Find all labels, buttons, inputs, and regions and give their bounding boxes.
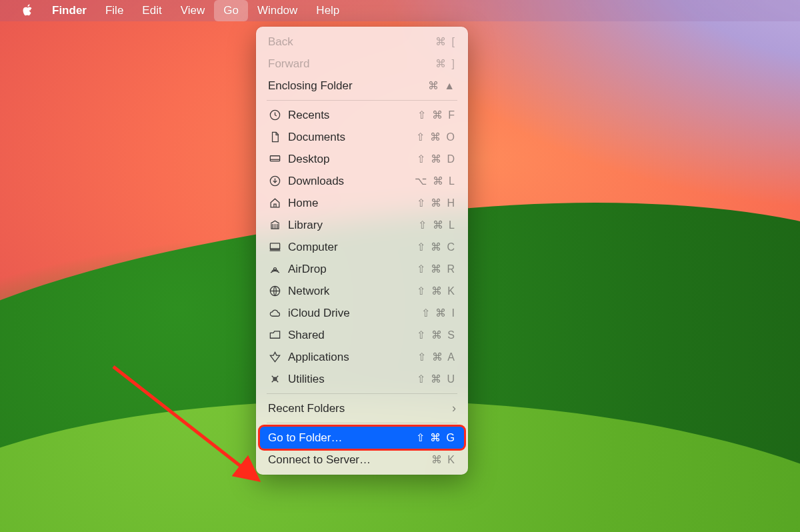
menu-item-label: Forward [268, 57, 403, 71]
menu-item-utilities[interactable]: Utilities ⇧ ⌘ U [260, 368, 464, 390]
menu-item-shortcut: ⇧ ⌘ R [409, 263, 456, 275]
menu-item-label: Back [268, 35, 403, 49]
desktop: Finder File Edit View Go Window Help Bac… [0, 0, 800, 532]
menu-item-label: Home [288, 197, 403, 210]
library-icon [268, 219, 281, 232]
menu-item-label: Network [288, 285, 403, 298]
menu-item-label: Documents [288, 131, 403, 144]
apple-menu[interactable] [12, 0, 43, 21]
menu-item-shortcut: ⇧ ⌘ O [409, 131, 456, 143]
go-menu-dropdown: Back ⌘ [ Forward ⌘ ] Enclosing Folder ⌘ … [256, 27, 468, 475]
menu-item-shortcut: ⇧ ⌘ C [409, 241, 456, 253]
menu-item-recent-folders[interactable]: Recent Folders › [260, 397, 464, 419]
menu-item-label: Utilities [288, 373, 403, 386]
airdrop-icon [268, 263, 281, 276]
menu-item-label: Enclosing Folder [268, 79, 403, 93]
menu-item-go-to-folder[interactable]: Go to Folder… ⇧ ⌘ G [260, 427, 464, 449]
menu-item-shortcut: ⇧ ⌘ A [409, 351, 456, 363]
document-icon [268, 131, 281, 144]
chevron-right-icon: › [452, 401, 456, 415]
menu-item-home[interactable]: Home ⇧ ⌘ H [260, 192, 464, 214]
menu-item-downloads[interactable]: Downloads ⌥ ⌘ L [260, 170, 464, 192]
menu-item-shortcut: ⇧ ⌘ U [409, 373, 456, 385]
menu-item-label: Go to Folder… [268, 431, 403, 445]
menu-item-shortcut: ⇧ ⌘ H [409, 197, 456, 209]
home-icon [268, 197, 281, 210]
shared-icon [268, 329, 281, 342]
menu-item-desktop[interactable]: Desktop ⇧ ⌘ D [260, 148, 464, 170]
menu-item-label: Recents [288, 109, 403, 122]
menu-bar: Finder File Edit View Go Window Help [0, 0, 800, 21]
menu-item-label: Recent Folders [268, 402, 445, 415]
menu-item-shortcut: ⌘ [ [409, 35, 456, 48]
menu-item-applications[interactable]: Applications ⇧ ⌘ A [260, 346, 464, 368]
applications-icon [268, 351, 281, 364]
menu-item-library[interactable]: Library ⇧ ⌘ L [260, 214, 464, 236]
menu-item-shortcut: ⌥ ⌘ L [409, 175, 456, 187]
menu-item-airdrop[interactable]: AirDrop ⇧ ⌘ R [260, 258, 464, 280]
menu-item-shortcut: ⇧ ⌘ F [409, 109, 456, 121]
menu-item-label: Applications [288, 351, 403, 364]
menu-help[interactable]: Help [307, 0, 349, 21]
menu-window[interactable]: Window [248, 0, 307, 21]
menu-item-label: Downloads [288, 175, 403, 188]
cloud-icon [268, 307, 281, 320]
menu-item-shortcut: ⇧ ⌘ G [409, 431, 456, 444]
menu-item-enclosing-folder[interactable]: Enclosing Folder ⌘ ▲ [260, 75, 464, 97]
menu-file[interactable]: File [96, 0, 133, 21]
menu-separator [267, 100, 457, 101]
network-icon [268, 285, 281, 298]
menu-item-shortcut: ⇧ ⌘ K [409, 285, 456, 297]
app-name-menu[interactable]: Finder [43, 0, 96, 21]
menu-go[interactable]: Go [214, 0, 248, 21]
menu-item-shortcut: ⇧ ⌘ L [409, 219, 456, 231]
menu-item-shortcut: ⇧ ⌘ S [409, 329, 456, 341]
svg-rect-1 [270, 156, 279, 161]
menu-item-label: Desktop [288, 153, 403, 166]
utilities-icon [268, 373, 281, 386]
menu-item-shortcut: ⌘ ] [409, 57, 456, 70]
menu-item-label: AirDrop [288, 263, 403, 276]
menu-view[interactable]: View [171, 0, 215, 21]
clock-icon [268, 109, 281, 122]
menu-item-label: Connect to Server… [268, 453, 403, 467]
menu-separator [267, 423, 457, 423]
menu-item-label: Shared [288, 329, 403, 342]
menu-item-shortcut: ⇧ ⌘ I [409, 307, 456, 319]
menu-item-label: Computer [288, 241, 403, 254]
computer-icon [268, 241, 281, 254]
menu-item-network[interactable]: Network ⇧ ⌘ K [260, 280, 464, 302]
desktop-icon [268, 153, 281, 166]
menu-item-icloud[interactable]: iCloud Drive ⇧ ⌘ I [260, 302, 464, 324]
menu-item-documents[interactable]: Documents ⇧ ⌘ O [260, 126, 464, 148]
menu-edit[interactable]: Edit [133, 0, 171, 21]
menu-item-back: Back ⌘ [ [260, 31, 464, 53]
menu-item-label: Library [288, 219, 403, 232]
menu-item-connect-to-server[interactable]: Connect to Server… ⌘ K [260, 449, 464, 471]
menu-item-shortcut: ⇧ ⌘ D [409, 153, 456, 165]
menu-item-shared[interactable]: Shared ⇧ ⌘ S [260, 324, 464, 346]
menu-separator [267, 393, 457, 394]
download-icon [268, 175, 281, 188]
menu-item-recents[interactable]: Recents ⇧ ⌘ F [260, 104, 464, 126]
menu-item-computer[interactable]: Computer ⇧ ⌘ C [260, 236, 464, 258]
menu-item-shortcut: ⌘ ▲ [409, 79, 456, 92]
menu-item-label: iCloud Drive [288, 307, 403, 320]
menu-item-forward: Forward ⌘ ] [260, 53, 464, 75]
menu-item-shortcut: ⌘ K [409, 453, 456, 466]
